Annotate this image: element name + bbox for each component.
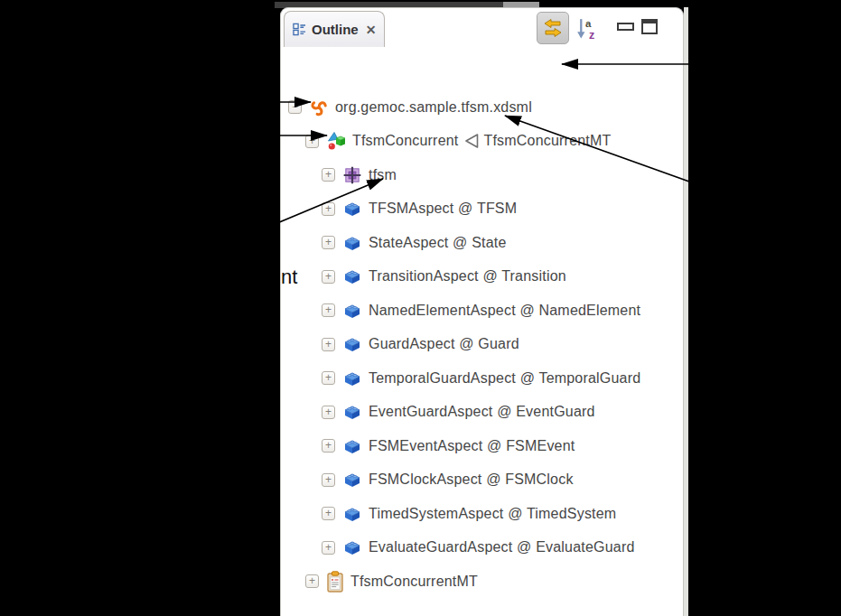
expand-handle[interactable]: + xyxy=(322,303,335,317)
tree-row-aspect[interactable]: + TimedSystemAspect @ TimedSystem xyxy=(281,497,683,530)
gemoc-triskelion-icon xyxy=(309,98,329,117)
expand-handle[interactable]: + xyxy=(322,168,335,182)
expand-handle[interactable]: + xyxy=(305,135,319,148)
tree-row-aspect[interactable]: + EvaluateGuardAspect @ EvaluateGuard xyxy=(281,531,683,565)
outline-view-panel: Outline ✕ − org.gemoc.sample.tfsm.xdsml … xyxy=(280,7,684,616)
expand-handle[interactable]: + xyxy=(322,270,335,284)
link-with-editor-button[interactable] xyxy=(537,12,569,44)
aspect-brick-icon xyxy=(342,199,362,219)
tab-outline[interactable]: Outline ✕ xyxy=(284,11,385,47)
minimize-button[interactable] xyxy=(617,23,634,31)
tree-row-label: TemporalGuardAspect @ TemporalGuard xyxy=(369,370,640,387)
maximize-button[interactable] xyxy=(641,19,658,34)
sort-az-icon xyxy=(575,16,599,41)
expand-handle[interactable]: + xyxy=(322,406,335,419)
clipped-background-text: nt xyxy=(281,266,297,289)
link-with-editor-icon xyxy=(543,18,563,38)
tree-row-label: EventGuardAspect @ EventGuard xyxy=(369,404,595,420)
tree-row-aspect[interactable]: + TemporalGuardAspect @ TemporalGuard xyxy=(281,361,683,395)
tree-row-xdsml[interactable]: − org.gemoc.sample.tfsm.xdsml xyxy=(281,90,683,124)
outline-tree: − org.gemoc.sample.tfsm.xdsml + TfsmConc… xyxy=(281,50,683,616)
tree-row-label: FSMEventAspect @ FSMEvent xyxy=(369,438,575,454)
expand-handle[interactable]: + xyxy=(322,439,335,453)
aspect-brick-icon xyxy=(342,233,362,253)
tree-row-aspect[interactable]: + TFSMAspect @ TFSM xyxy=(281,192,683,226)
tree-row-label: GuardAspect @ Guard xyxy=(369,336,519,352)
tree-row-aspect[interactable]: + FSMClockAspect @ FSMClock xyxy=(281,463,683,497)
clipboard-icon xyxy=(326,571,344,593)
tree-row-label: TFSMAspect @ TFSM xyxy=(369,201,517,217)
tree-row-label: TfsmConcurrentMT xyxy=(350,574,478,590)
expand-handle[interactable]: + xyxy=(322,202,335,216)
tree-row-tfsmconcurrentmt[interactable]: + TfsmConcurrentMT xyxy=(281,565,683,598)
aspect-brick-icon xyxy=(342,402,362,422)
expand-handle[interactable]: + xyxy=(322,371,335,385)
aspect-brick-icon xyxy=(342,369,362,388)
expand-handle[interactable]: + xyxy=(305,574,319,588)
tree-row-tfsm[interactable]: + tfsm xyxy=(281,158,683,191)
panel-right-border xyxy=(684,7,688,616)
model-icon xyxy=(326,131,346,151)
tree-row-aspect[interactable]: + EventGuardAspect @ EventGuard xyxy=(281,396,683,429)
outline-view-icon xyxy=(293,23,306,36)
aspect-brick-icon xyxy=(342,266,362,286)
tab-title: Outline xyxy=(312,22,359,37)
collapse-handle[interactable]: − xyxy=(288,100,302,114)
tree-row-label: EvaluateGuardAspect @ EvaluateGuard xyxy=(369,539,635,555)
tree-row-aspect[interactable]: + TransitionAspect @ Transition xyxy=(281,260,683,294)
tree-row-aspect[interactable]: + StateAspect @ State xyxy=(281,226,683,259)
expand-handle[interactable]: + xyxy=(322,473,335,487)
tree-row-tfsmconcurrent[interactable]: + TfsmConcurrent TfsmConcurrentMT xyxy=(281,125,683,158)
sort-alphabetically-button[interactable] xyxy=(572,14,601,42)
expand-handle[interactable]: + xyxy=(322,507,335,520)
aspect-brick-icon xyxy=(342,470,362,490)
tree-row-label: NamedElementAspect @ NamedElement xyxy=(369,303,640,319)
aspect-brick-icon xyxy=(342,504,362,524)
tree-row-label: org.gemoc.sample.tfsm.xdsml xyxy=(335,99,532,116)
tree-row-aspect[interactable]: + NamedElementAspect @ NamedElement xyxy=(281,294,683,327)
aspect-brick-icon xyxy=(342,436,362,456)
generalization-arrow-icon xyxy=(464,133,479,149)
tree-row-aspect[interactable]: + FSMEventAspect @ FSMEvent xyxy=(281,429,683,462)
aspect-brick-icon xyxy=(342,537,362,557)
expand-handle[interactable]: + xyxy=(322,541,335,555)
tree-row-label-2: TfsmConcurrentMT xyxy=(484,133,612,149)
close-icon[interactable]: ✕ xyxy=(366,23,377,37)
tree-row-label: tfsm xyxy=(369,167,397,183)
tree-row-aspect[interactable]: + GuardAspect @ Guard xyxy=(281,328,683,361)
figure-canvas: Outline ✕ − org.gemoc.sample.tfsm.xdsml … xyxy=(0,0,841,616)
expand-handle[interactable]: + xyxy=(322,236,335,249)
aspect-brick-icon xyxy=(342,301,362,321)
tree-row-label: StateAspect @ State xyxy=(369,235,507,251)
tree-row-label: TfsmConcurrent xyxy=(352,133,459,149)
aspect-brick-icon xyxy=(342,334,362,354)
tree-row-label: TransitionAspect @ Transition xyxy=(369,268,566,285)
tree-row-label: FSMClockAspect @ FSMClock xyxy=(369,471,574,488)
expand-handle[interactable]: + xyxy=(322,338,335,351)
tree-row-label: TimedSystemAspect @ TimedSystem xyxy=(369,506,616,522)
epackage-icon xyxy=(342,165,362,185)
